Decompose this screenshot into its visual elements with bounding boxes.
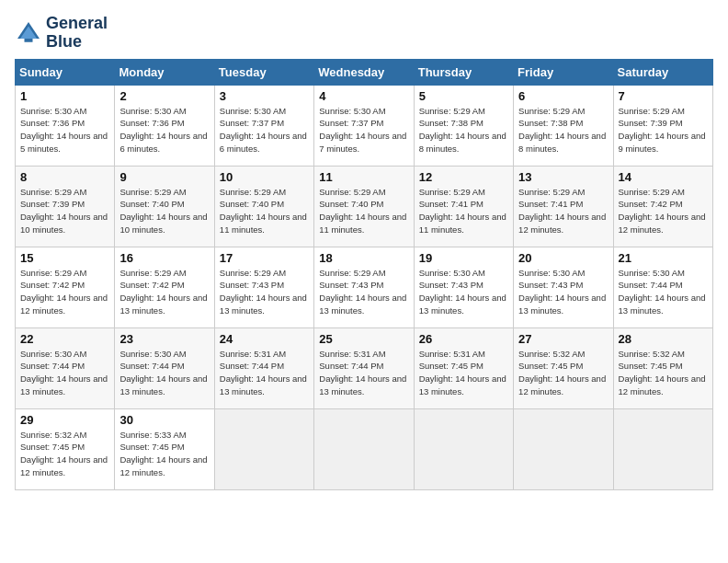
calendar-cell: 6 Sunrise: 5:29 AM Sunset: 7:38 PM Dayli…: [514, 85, 613, 166]
calendar-cell: 8 Sunrise: 5:29 AM Sunset: 7:39 PM Dayli…: [16, 166, 115, 247]
calendar-cell: 2 Sunrise: 5:30 AM Sunset: 7:36 PM Dayli…: [115, 85, 214, 166]
calendar-cell: [314, 408, 414, 489]
calendar-cell: 13 Sunrise: 5:29 AM Sunset: 7:41 PM Dayl…: [514, 166, 613, 247]
day-number: 9: [119, 170, 209, 184]
calendar-cell: 19 Sunrise: 5:30 AM Sunset: 7:43 PM Dayl…: [414, 247, 513, 327]
day-number: 30: [119, 413, 209, 427]
day-number: 24: [220, 332, 309, 346]
calendar-cell: 29 Sunrise: 5:32 AM Sunset: 7:45 PM Dayl…: [16, 408, 115, 489]
calendar-table: SundayMondayTuesdayWednesdayThursdayFrid…: [15, 59, 713, 490]
day-info: Sunrise: 5:31 AM Sunset: 7:45 PM Dayligh…: [419, 348, 508, 398]
calendar-cell: 14 Sunrise: 5:29 AM Sunset: 7:42 PM Dayl…: [613, 166, 712, 247]
day-info: Sunrise: 5:29 AM Sunset: 7:39 PM Dayligh…: [619, 105, 708, 155]
day-info: Sunrise: 5:32 AM Sunset: 7:45 PM Dayligh…: [619, 348, 708, 398]
calendar-cell: 15 Sunrise: 5:29 AM Sunset: 7:42 PM Dayl…: [16, 247, 115, 327]
day-number: 23: [119, 332, 209, 346]
day-number: 28: [619, 332, 708, 346]
day-number: 1: [20, 89, 109, 103]
day-info: Sunrise: 5:29 AM Sunset: 7:40 PM Dayligh…: [220, 186, 309, 236]
day-number: 7: [619, 89, 708, 103]
calendar-cell: 16 Sunrise: 5:29 AM Sunset: 7:42 PM Dayl…: [115, 247, 214, 327]
day-info: Sunrise: 5:30 AM Sunset: 7:43 PM Dayligh…: [419, 267, 508, 317]
day-number: 3: [220, 89, 309, 103]
day-info: Sunrise: 5:31 AM Sunset: 7:44 PM Dayligh…: [220, 348, 309, 398]
day-number: 29: [20, 413, 109, 427]
weekday-header-monday: Monday: [115, 59, 214, 85]
calendar-cell: 25 Sunrise: 5:31 AM Sunset: 7:44 PM Dayl…: [314, 327, 414, 408]
calendar-cell: [214, 408, 313, 489]
day-number: 22: [20, 332, 109, 346]
weekday-header-thursday: Thursday: [414, 59, 513, 85]
weekday-header-friday: Friday: [514, 59, 613, 85]
calendar-cell: 30 Sunrise: 5:33 AM Sunset: 7:45 PM Dayl…: [115, 408, 214, 489]
day-number: 12: [419, 170, 508, 184]
weekday-header-wednesday: Wednesday: [314, 59, 414, 85]
day-info: Sunrise: 5:29 AM Sunset: 7:42 PM Dayligh…: [619, 186, 708, 236]
day-info: Sunrise: 5:29 AM Sunset: 7:41 PM Dayligh…: [419, 186, 508, 236]
day-number: 15: [20, 251, 109, 265]
day-number: 13: [518, 170, 608, 184]
day-number: 18: [319, 251, 408, 265]
logo-icon: [15, 19, 42, 47]
day-number: 17: [220, 251, 309, 265]
day-info: Sunrise: 5:33 AM Sunset: 7:45 PM Dayligh…: [119, 429, 209, 479]
day-number: 5: [419, 89, 508, 103]
day-info: Sunrise: 5:30 AM Sunset: 7:44 PM Dayligh…: [20, 348, 109, 398]
logo: General Blue: [15, 15, 108, 52]
calendar-cell: 10 Sunrise: 5:29 AM Sunset: 7:40 PM Dayl…: [214, 166, 313, 247]
day-info: Sunrise: 5:29 AM Sunset: 7:40 PM Dayligh…: [319, 186, 408, 236]
day-number: 10: [220, 170, 309, 184]
day-number: 19: [419, 251, 508, 265]
day-number: 20: [518, 251, 608, 265]
weekday-header-sunday: Sunday: [16, 59, 115, 85]
day-info: Sunrise: 5:29 AM Sunset: 7:39 PM Dayligh…: [20, 186, 109, 236]
calendar-cell: 3 Sunrise: 5:30 AM Sunset: 7:37 PM Dayli…: [214, 85, 313, 166]
day-info: Sunrise: 5:32 AM Sunset: 7:45 PM Dayligh…: [20, 429, 109, 479]
svg-rect-2: [25, 39, 33, 42]
calendar-cell: 20 Sunrise: 5:30 AM Sunset: 7:43 PM Dayl…: [514, 247, 613, 327]
day-info: Sunrise: 5:30 AM Sunset: 7:44 PM Dayligh…: [619, 267, 708, 317]
day-info: Sunrise: 5:32 AM Sunset: 7:45 PM Dayligh…: [518, 348, 608, 398]
day-info: Sunrise: 5:30 AM Sunset: 7:36 PM Dayligh…: [20, 105, 109, 155]
day-number: 14: [619, 170, 708, 184]
logo-text: General Blue: [46, 15, 108, 52]
calendar-cell: 7 Sunrise: 5:29 AM Sunset: 7:39 PM Dayli…: [613, 85, 712, 166]
weekday-header-tuesday: Tuesday: [214, 59, 313, 85]
day-number: 2: [119, 89, 209, 103]
day-info: Sunrise: 5:30 AM Sunset: 7:44 PM Dayligh…: [119, 348, 209, 398]
calendar-cell: 17 Sunrise: 5:29 AM Sunset: 7:43 PM Dayl…: [214, 247, 313, 327]
calendar-cell: 11 Sunrise: 5:29 AM Sunset: 7:40 PM Dayl…: [314, 166, 414, 247]
calendar-cell: 18 Sunrise: 5:29 AM Sunset: 7:43 PM Dayl…: [314, 247, 414, 327]
day-number: 16: [119, 251, 209, 265]
calendar-cell: 24 Sunrise: 5:31 AM Sunset: 7:44 PM Dayl…: [214, 327, 313, 408]
calendar-cell: 22 Sunrise: 5:30 AM Sunset: 7:44 PM Dayl…: [16, 327, 115, 408]
day-info: Sunrise: 5:29 AM Sunset: 7:38 PM Dayligh…: [419, 105, 508, 155]
day-info: Sunrise: 5:29 AM Sunset: 7:43 PM Dayligh…: [220, 267, 309, 317]
calendar-cell: 9 Sunrise: 5:29 AM Sunset: 7:40 PM Dayli…: [115, 166, 214, 247]
day-number: 4: [319, 89, 408, 103]
day-info: Sunrise: 5:29 AM Sunset: 7:38 PM Dayligh…: [518, 105, 608, 155]
calendar-cell: 28 Sunrise: 5:32 AM Sunset: 7:45 PM Dayl…: [613, 327, 712, 408]
day-number: 6: [518, 89, 608, 103]
calendar-cell: 1 Sunrise: 5:30 AM Sunset: 7:36 PM Dayli…: [16, 85, 115, 166]
day-number: 27: [518, 332, 608, 346]
day-number: 25: [319, 332, 408, 346]
calendar-cell: 12 Sunrise: 5:29 AM Sunset: 7:41 PM Dayl…: [414, 166, 513, 247]
day-info: Sunrise: 5:29 AM Sunset: 7:42 PM Dayligh…: [20, 267, 109, 317]
day-number: 11: [319, 170, 408, 184]
calendar-cell: [414, 408, 513, 489]
day-info: Sunrise: 5:29 AM Sunset: 7:43 PM Dayligh…: [319, 267, 408, 317]
day-info: Sunrise: 5:30 AM Sunset: 7:37 PM Dayligh…: [220, 105, 309, 155]
day-number: 8: [20, 170, 109, 184]
day-info: Sunrise: 5:30 AM Sunset: 7:37 PM Dayligh…: [319, 105, 408, 155]
calendar-cell: 27 Sunrise: 5:32 AM Sunset: 7:45 PM Dayl…: [514, 327, 613, 408]
day-info: Sunrise: 5:29 AM Sunset: 7:41 PM Dayligh…: [518, 186, 608, 236]
calendar-cell: [514, 408, 613, 489]
day-number: 26: [419, 332, 508, 346]
page-header: General Blue: [15, 15, 713, 52]
day-info: Sunrise: 5:30 AM Sunset: 7:43 PM Dayligh…: [518, 267, 608, 317]
day-number: 21: [619, 251, 708, 265]
day-info: Sunrise: 5:29 AM Sunset: 7:42 PM Dayligh…: [119, 267, 209, 317]
day-info: Sunrise: 5:30 AM Sunset: 7:36 PM Dayligh…: [119, 105, 209, 155]
day-info: Sunrise: 5:29 AM Sunset: 7:40 PM Dayligh…: [119, 186, 209, 236]
